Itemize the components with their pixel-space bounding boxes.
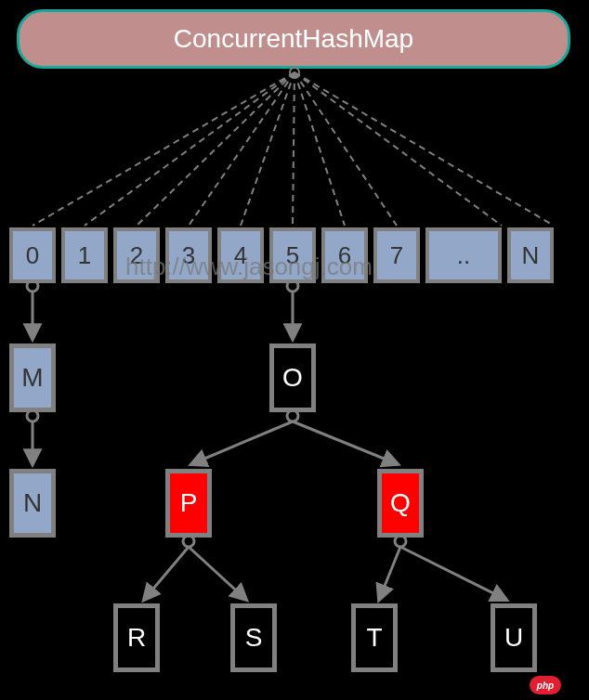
svg-line-24 <box>379 547 400 600</box>
svg-line-7 <box>294 72 397 226</box>
svg-line-4 <box>241 72 294 226</box>
bucket-ellipsis: .. <box>425 227 502 283</box>
title-text: ConcurrentHashMap <box>174 24 413 54</box>
svg-line-8 <box>294 72 502 226</box>
svg-line-19 <box>293 421 398 464</box>
bucket-2: 2 <box>113 227 160 283</box>
svg-line-9 <box>294 72 554 226</box>
php-badge: php <box>530 676 561 694</box>
bucket-3: 3 <box>165 227 212 283</box>
tree-node-r: R <box>113 603 160 672</box>
bucket-4: 4 <box>217 227 264 283</box>
svg-line-1 <box>85 72 294 226</box>
tree-node-p: P <box>165 469 212 538</box>
bucket-6: 6 <box>321 227 368 283</box>
tree-node-u: U <box>491 603 537 672</box>
svg-point-10 <box>290 68 299 77</box>
svg-line-18 <box>191 421 293 464</box>
bucket-n: N <box>507 227 554 283</box>
list-node-m: M <box>9 344 56 412</box>
svg-line-25 <box>400 547 506 600</box>
svg-line-21 <box>144 547 189 600</box>
list-node-n: N <box>9 469 56 538</box>
bucket-array: 0 1 2 3 4 5 6 7 .. N <box>9 227 554 283</box>
svg-line-6 <box>294 72 345 226</box>
svg-line-5 <box>293 72 294 226</box>
tree-node-q: Q <box>377 469 424 538</box>
bucket-7: 7 <box>373 227 420 283</box>
tree-node-s: S <box>230 603 277 672</box>
svg-line-2 <box>137 72 294 226</box>
tree-node-o: O <box>269 344 316 412</box>
bucket-1: 1 <box>61 227 108 283</box>
bucket-5: 5 <box>269 227 316 283</box>
tree-node-t: T <box>351 603 398 672</box>
bucket-0: 0 <box>9 227 56 283</box>
svg-line-3 <box>189 72 294 226</box>
svg-line-0 <box>33 72 294 226</box>
title-box: ConcurrentHashMap <box>17 9 570 69</box>
svg-line-22 <box>189 547 246 600</box>
